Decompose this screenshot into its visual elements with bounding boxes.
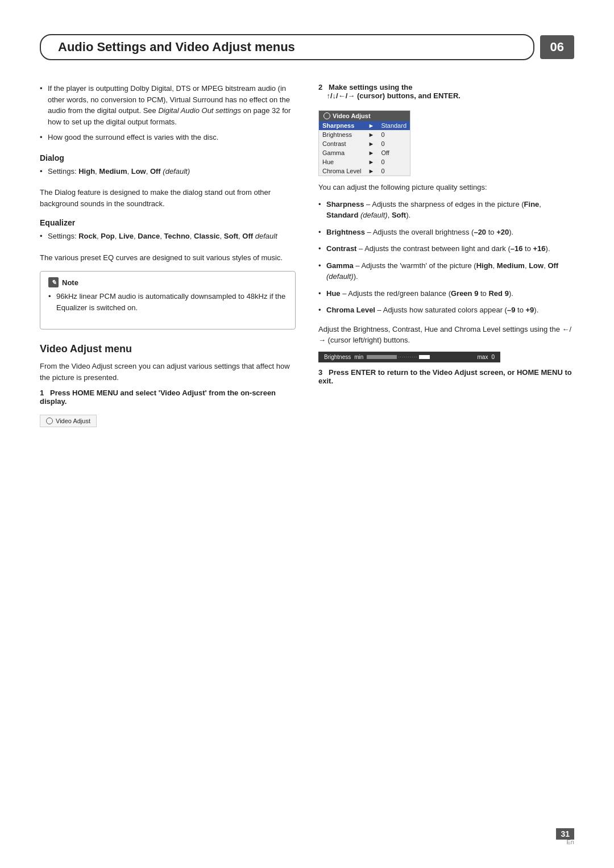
intro-bullet-list: If the player is outputting Dolby Digita… xyxy=(40,83,296,143)
equalizer-settings-item: Settings: Rock, Pop, Live, Dance, Techno… xyxy=(40,231,296,242)
page-num-badge: 31 xyxy=(556,828,574,840)
note-box: ✎ Note 96kHz linear PCM audio is automat… xyxy=(40,271,296,329)
brightness-bar-label: Brightness xyxy=(324,354,351,360)
equalizer-settings-list: Settings: Rock, Pop, Live, Dance, Techno… xyxy=(40,231,296,242)
brightness-min-label: min xyxy=(354,354,363,360)
dialog-heading: Dialog xyxy=(40,153,296,162)
contrast-arrow: ► xyxy=(364,139,377,148)
hue-label: Hue xyxy=(319,157,364,166)
sharpness-arrow: ► xyxy=(364,121,377,130)
table-row: Contrast ► 0 xyxy=(319,139,410,148)
dialog-settings-list: Settings: High, Medium, Low, Off (defaul… xyxy=(40,166,296,177)
table-row: Chroma Level ► 0 xyxy=(319,166,410,176)
adjustment-note: Adjust the Brightness, Contrast, Hue and… xyxy=(318,324,574,346)
table-row: Hue ► 0 xyxy=(319,157,410,166)
intro-bullet-2: How good the surround effect is varies w… xyxy=(40,132,296,143)
step1-number: 1 Press HOME MENU and select 'Video Adju… xyxy=(40,389,276,406)
note-title: ✎ Note xyxy=(48,277,287,287)
chroma-label: Chroma Level xyxy=(319,166,364,176)
dialog-description: The Dialog feature is designed to make t… xyxy=(40,187,296,209)
table-row: Brightness ► 0 xyxy=(319,130,410,139)
video-adjust-description: From the Video Adjust screen you can adj… xyxy=(40,361,296,383)
contrast-label: Contrast xyxy=(319,139,364,148)
note-bullet-list: 96kHz linear PCM audio is automatically … xyxy=(48,291,287,313)
dialog-settings-item: Settings: High, Medium, Low, Off (defaul… xyxy=(40,166,296,177)
chapter-title: Audio Settings and Video Adjust menus xyxy=(40,34,534,60)
chapter-number: 06 xyxy=(540,35,574,59)
chroma-arrow: ► xyxy=(364,166,377,176)
gamma-bullet: Gamma – Adjusts the 'warmth' of the pict… xyxy=(318,260,574,282)
brightness-bar-mockup: Brightness min ·········· max 0 xyxy=(318,352,500,362)
table-row: Gamma ► Off xyxy=(319,148,410,157)
contrast-value: 0 xyxy=(377,139,410,148)
hue-value: 0 xyxy=(377,157,410,166)
hue-arrow: ► xyxy=(364,157,377,166)
chroma-bullet: Chroma Level – Adjusts how saturated col… xyxy=(318,304,574,316)
step2-number: 2 Make settings using the xyxy=(318,83,412,91)
video-adjust-heading: Video Adjust menu xyxy=(40,343,296,355)
settings-bullet-list: Sharpness – Adjusts the sharpness of edg… xyxy=(318,199,574,316)
gamma-label: Gamma xyxy=(319,148,364,157)
brightness-max-label: max xyxy=(478,354,488,360)
note-icon: ✎ xyxy=(48,277,59,287)
hue-bullet: Hue – Adjusts the red/green balance (Gre… xyxy=(318,288,574,299)
intro-bullet-1: If the player is outputting Dolby Digita… xyxy=(40,83,296,127)
screen-header-icon xyxy=(323,112,330,119)
note-bullet-1: 96kHz linear PCM audio is automatically … xyxy=(48,291,287,313)
step2-sublabel: ↑/↓/←/→ (cursor) buttons, and ENTER. xyxy=(318,91,460,100)
sharpness-label: Sharpness xyxy=(319,121,364,130)
brightness-arrow: ► xyxy=(364,130,377,139)
screen-header-title: Video Adjust xyxy=(333,112,371,119)
equalizer-heading: Equalizer xyxy=(40,218,296,227)
right-intro-text: You can adjust the following picture qua… xyxy=(318,182,574,193)
chapter-header: Audio Settings and Video Adjust menus 06 xyxy=(40,34,574,60)
content-columns: If the player is outputting Dolby Digita… xyxy=(40,83,574,432)
gamma-value: Off xyxy=(377,148,410,157)
step3-label: 3 Press ENTER to return to the Video Adj… xyxy=(318,368,574,385)
brightness-label: Brightness xyxy=(319,130,364,139)
screen-small-icon xyxy=(46,418,53,424)
table-row: Sharpness ► Standard xyxy=(319,121,410,130)
screen-header: Video Adjust xyxy=(319,111,410,121)
small-screen-mockup: Video Adjust xyxy=(40,415,97,427)
video-adjust-screen-mockup: Video Adjust Sharpness ► Standard Bright… xyxy=(318,110,410,176)
brightness-bar-val: 0 xyxy=(491,354,495,360)
step2-label: 2 Make settings using the ↑/↓/←/→ (curso… xyxy=(318,83,574,100)
left-column: If the player is outputting Dolby Digita… xyxy=(40,83,296,432)
page-wrapper: Audio Settings and Video Adjust menus 06… xyxy=(0,0,614,868)
right-column: 2 Make settings using the ↑/↓/←/→ (curso… xyxy=(318,83,574,432)
sharpness-value: Standard xyxy=(377,121,410,130)
chroma-value: 0 xyxy=(377,166,410,176)
gamma-arrow: ► xyxy=(364,148,377,157)
brightness-bullet: Brightness – Adjusts the overall brightn… xyxy=(318,227,574,238)
page-number: 31 En xyxy=(556,829,574,845)
screen-table: Sharpness ► Standard Brightness ► 0 Cont… xyxy=(319,121,410,176)
brightness-value: 0 xyxy=(377,130,410,139)
small-mockup-label: Video Adjust xyxy=(56,418,90,424)
step1-label: 1 Press HOME MENU and select 'Video Adju… xyxy=(40,389,296,406)
equalizer-description: The various preset EQ curves are designe… xyxy=(40,252,296,264)
sharpness-bullet: Sharpness – Adjusts the sharpness of edg… xyxy=(318,199,574,221)
contrast-bullet: Contrast – Adjusts the contrast between … xyxy=(318,243,574,254)
